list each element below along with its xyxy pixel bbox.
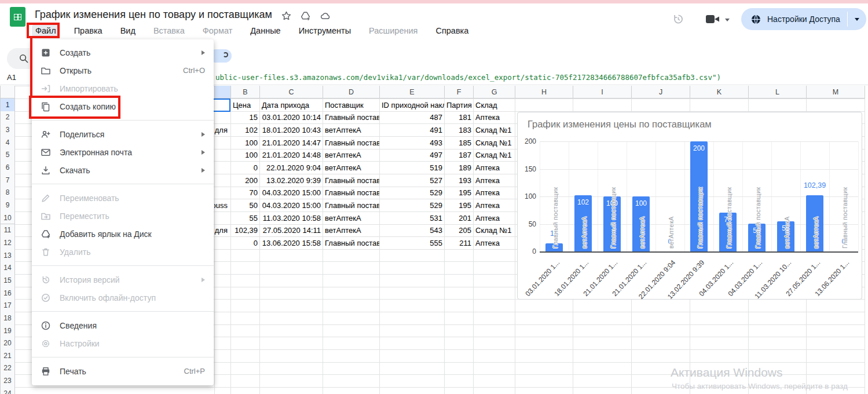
data-cell[interactable]: Аптека [474,187,515,199]
menu-item[interactable]: Настройки [32,334,214,352]
data-cell[interactable]: 205 [445,225,473,237]
embedded-chart[interactable]: График изменения цены по поставщикам 050… [517,112,862,300]
menu-item[interactable]: Сведения [32,316,214,334]
data-cell[interactable]: 18.01.2020 10:43 [260,124,323,136]
data-cell[interactable]: 22.01.2020 9:04 [260,162,323,174]
menubar-item-9[interactable]: Справка [432,25,472,37]
data-cell[interactable]: 15 [231,112,259,124]
column-header-A[interactable] [214,86,231,99]
row-header-7[interactable]: 7 [0,174,15,187]
data-cell[interactable]: 529 [380,187,444,199]
camera-caret-down-icon[interactable] [725,19,730,21]
row-header-12[interactable]: 12 [0,236,15,250]
row-header-14[interactable]: 14 [0,261,15,275]
data-cell[interactable]: Главный поставщик [323,137,379,149]
row-header-16[interactable]: 16 [0,287,15,300]
star-icon[interactable] [281,10,292,21]
data-cell[interactable]: Главный поставщик [323,237,379,249]
data-cell[interactable]: 50 [231,199,259,211]
data-cell[interactable]: 04.03.2020 15:00 [260,187,323,199]
sheets-logo-icon[interactable] [10,7,25,27]
menu-item[interactable]: Импортировать [32,79,214,97]
column-header-J[interactable]: J [631,86,690,99]
header-cell[interactable]: ID приходной накладной [380,99,444,111]
data-cell[interactable]: ветАптекА [323,162,379,174]
data-cell[interactable]: 102,39 [231,225,259,237]
data-cell[interactable]: 55 [231,212,259,224]
data-cell[interactable]: 531 [380,212,444,224]
data-cell[interactable]: 195 [445,199,473,211]
row-header-3[interactable]: 3 [0,123,15,137]
formula-input[interactable]: ublic-user-files.s3.amazonaws.com/dev1vi… [215,73,864,82]
data-cell[interactable]: 0 [231,237,259,249]
data-cell[interactable]: Аптека [474,212,515,224]
data-cell[interactable]: 497 [380,149,444,162]
row-header-1[interactable]: 1 [0,99,15,112]
data-cell[interactable]: Склад №1 [474,124,515,136]
menubar-item-4[interactable]: Вставка [150,25,188,37]
data-cell[interactable]: ветАптекА [323,149,379,162]
data-cell[interactable]: 11.03.2020 10:58 [260,212,323,224]
column-header-L[interactable]: L [748,86,807,99]
menu-item[interactable]: Переименовать [32,189,214,207]
data-cell[interactable]: ветАптекА [323,212,379,224]
data-cell[interactable]: 03.01.2020 10:14 [260,112,323,124]
data-cell[interactable]: 13.06.2020 15:58 [260,237,323,249]
menu-item[interactable]: ОткрытьCtrl+O [32,61,214,79]
data-cell[interactable]: 543 [380,225,444,237]
row-header-6[interactable]: 6 [0,161,15,174]
row-header-18[interactable]: 18 [0,312,15,325]
menu-item[interactable]: История версий [32,271,214,289]
data-cell[interactable]: 201 [445,212,473,224]
row-header-2[interactable]: 2 [0,111,15,125]
select-all-corner[interactable] [0,86,15,99]
data-cell[interactable]: 529 [380,199,444,211]
data-cell[interactable]: Склад №1 [474,137,515,149]
menu-item[interactable]: Добавить ярлык на Диск [32,225,214,243]
data-cell[interactable]: 183 [445,124,473,136]
menubar-item-7[interactable]: Инструменты [295,25,354,37]
column-header-C[interactable]: C [259,86,323,99]
data-cell[interactable]: 487 [380,112,444,124]
column-header-E[interactable]: E [379,86,445,99]
column-header-H[interactable]: H [515,86,573,99]
menubar-item-3[interactable]: Вид [117,25,139,37]
data-cell[interactable]: 70 [231,187,259,199]
row-header-5[interactable]: 5 [0,149,15,162]
version-history-icon[interactable] [672,13,684,25]
cloud-status-icon[interactable] [320,10,331,21]
data-cell[interactable]: 100 [231,137,259,149]
search-icon[interactable] [19,53,29,64]
data-cell[interactable]: 493 [380,137,444,149]
row-header-20[interactable]: 20 [0,337,15,350]
header-cell[interactable]: Дата прихода [260,99,323,111]
menubar-item-8[interactable]: Расширения [365,25,421,37]
data-cell[interactable]: 491 [380,124,444,136]
share-button[interactable]: Настройки Доступа [741,8,866,30]
menu-item[interactable]: Создать [32,43,214,61]
data-cell[interactable]: 187 [445,149,473,162]
row-header-22[interactable]: 22 [0,362,15,375]
data-cell[interactable]: Главный поставщик [323,112,379,124]
row-header-13[interactable]: 13 [0,249,15,262]
data-cell[interactable]: 04.03.2020 15:00 [260,199,323,211]
row-header-24[interactable]: 24 [0,387,15,394]
menu-item[interactable]: Удалить [32,243,214,261]
data-cell[interactable]: 102 [231,124,259,136]
data-cell[interactable]: Аптека [474,237,515,249]
data-cell[interactable]: 200 [231,174,259,187]
header-cell[interactable]: Цена [231,99,259,111]
row-header-15[interactable]: 15 [0,274,15,287]
data-cell[interactable]: Аптека [474,199,515,211]
document-title[interactable]: График изменения цен по товару и поставщ… [35,9,272,21]
menu-item[interactable]: Скачать [32,161,214,179]
data-cell[interactable]: ветАптекА [323,225,379,237]
data-cell[interactable]: 193 [445,174,473,187]
data-cell[interactable]: 527 [380,174,444,187]
menu-item[interactable]: Включить офлайн-доступ [32,289,214,307]
data-cell[interactable]: Главный поставщик [323,199,379,211]
row-header-8[interactable]: 8 [0,187,15,200]
column-header-M[interactable]: M [806,86,865,99]
row-header-19[interactable]: 19 [0,324,15,338]
row-header-11[interactable]: 11 [0,224,15,238]
